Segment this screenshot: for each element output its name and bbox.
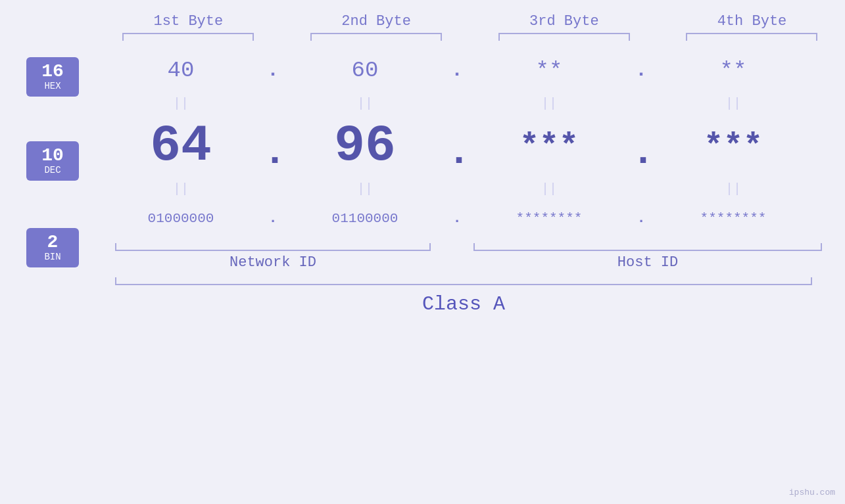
eq2-b4: || xyxy=(651,181,815,196)
dot-bin-1: . xyxy=(263,210,283,227)
hex-num: 16 xyxy=(30,62,76,81)
bracket-top-4 xyxy=(669,33,834,41)
dec-num: 10 xyxy=(30,147,76,165)
dec-badge: 10 DEC xyxy=(26,141,79,181)
bracket-top-1 xyxy=(106,33,270,41)
bin-b3: ******** xyxy=(467,211,631,226)
dot-hex-2: . xyxy=(447,59,467,81)
hex-b1: 40 xyxy=(99,58,263,83)
eq2-b2: || xyxy=(283,181,447,196)
bin-num: 2 xyxy=(30,233,76,252)
equals-row-1: || || || || xyxy=(99,93,829,113)
bottom-brackets xyxy=(99,243,829,251)
dot-hex-1: . xyxy=(263,59,283,81)
network-id-label: Network ID xyxy=(99,254,447,271)
main-container: 1st Byte 2nd Byte 3rd Byte 4th Byte xyxy=(0,0,845,504)
eq1-b4: || xyxy=(651,96,815,111)
dot-dec-1: . xyxy=(263,117,283,175)
dec-name: DEC xyxy=(30,165,76,175)
bin-row: 01000000 . 01100000 . ******** . *******… xyxy=(99,198,829,238)
dot-dec-2: . xyxy=(447,117,467,175)
equals-row-2: || || || || xyxy=(99,179,829,198)
bin-badge: 2 BIN xyxy=(26,228,79,267)
byte3-header: 3rd Byte xyxy=(482,13,646,30)
hex-row: 40 . 60 . ** . ** xyxy=(99,47,829,93)
bin-b4: ******** xyxy=(651,211,815,226)
host-id-label: Host ID xyxy=(467,254,829,271)
dot-dec-3: . xyxy=(631,117,651,175)
eq2-b1: || xyxy=(99,181,263,196)
hex-b3: ** xyxy=(467,58,631,83)
eq1-b3: || xyxy=(467,96,631,111)
dec-b4: *** xyxy=(651,127,815,165)
bracket-bottom-network xyxy=(99,243,447,251)
dec-b1: 64 xyxy=(99,117,263,175)
dec-b3: *** xyxy=(467,127,631,165)
eq2-b3: || xyxy=(467,181,631,196)
hex-b2: 60 xyxy=(283,58,447,83)
bin-b2: 01100000 xyxy=(283,211,447,226)
data-grid: 40 . 60 . ** . ** || || || || 64 xyxy=(99,47,845,315)
dec-row: 64 . 96 . *** . *** xyxy=(99,113,829,179)
dot-hex-3: . xyxy=(631,59,651,81)
bin-name: BIN xyxy=(30,252,76,262)
bin-b1: 01000000 xyxy=(99,211,263,226)
bracket-bottom-host xyxy=(467,243,829,251)
bracket-top-3 xyxy=(482,33,646,41)
dot-bin-3: . xyxy=(631,210,651,227)
eq1-b1: || xyxy=(99,96,263,111)
dec-b2: 96 xyxy=(283,117,447,175)
eq1-b2: || xyxy=(283,96,447,111)
class-bracket xyxy=(115,277,812,285)
byte4-header: 4th Byte xyxy=(669,13,834,30)
dot-bin-2: . xyxy=(447,210,467,227)
hex-b4: ** xyxy=(651,58,815,83)
badges-column: 16 HEX 10 DEC 2 BIN xyxy=(10,47,95,267)
id-labels-row: Network ID Host ID xyxy=(99,254,829,271)
hex-badge: 16 HEX xyxy=(26,57,79,97)
watermark: ipshu.com xyxy=(789,488,835,497)
byte1-header: 1st Byte xyxy=(106,13,270,30)
hex-name: HEX xyxy=(30,81,76,91)
byte2-header: 2nd Byte xyxy=(294,13,458,30)
class-label: Class A xyxy=(99,293,829,315)
bracket-top-2 xyxy=(294,33,458,41)
